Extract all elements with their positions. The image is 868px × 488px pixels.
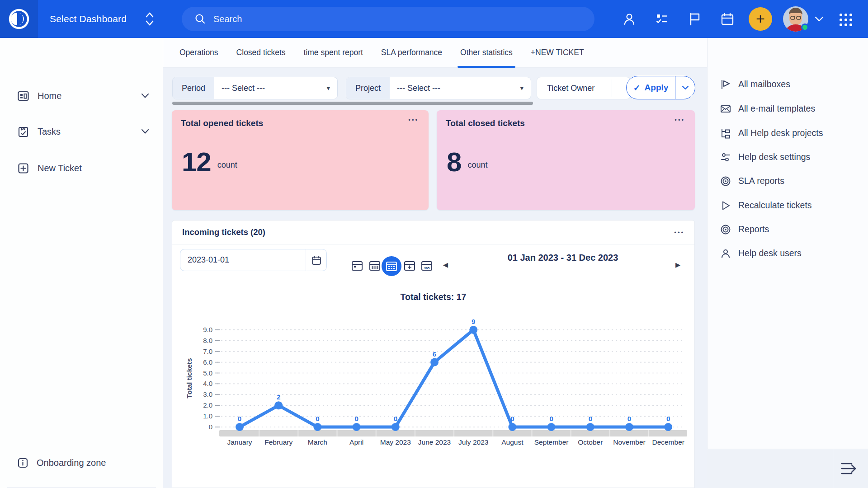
chart-point[interactable] <box>547 423 556 431</box>
start-date-input[interactable]: 2023-01-01 <box>180 249 327 271</box>
incoming-tickets-line-chart: 9.08.07.06.05.04.03.02.01.00Total ticket… <box>172 313 696 453</box>
chart-point[interactable] <box>236 423 244 431</box>
online-status-dot <box>801 23 809 31</box>
sidebar-item-onboarding-zone[interactable]: Onboarding zone <box>0 452 163 473</box>
calendar-icon[interactable] <box>721 12 734 26</box>
calendar-month-view-button[interactable] <box>382 256 401 276</box>
calendar-365-icon: 365 <box>420 259 433 272</box>
svg-text:8.0: 8.0 <box>203 337 212 344</box>
right-footer-vertical-divider <box>833 449 833 488</box>
account-chevron-down-icon[interactable] <box>814 15 825 23</box>
svg-text:0: 0 <box>589 415 592 422</box>
sidebar-item-home[interactable]: Home <box>0 85 163 106</box>
chart-point[interactable] <box>313 423 321 431</box>
calendar-week-view-button[interactable] <box>368 259 382 272</box>
right-sidebar: All mailboxes All e-mail templates All H… <box>707 38 868 488</box>
period-filter: Period --- Select --- ▾ <box>172 77 338 99</box>
left-sidebar: Home Tasks New Ticket Onboarding zone <box>0 38 163 488</box>
sidebar-item-all-help-desk-projects[interactable]: All Help desk projects <box>708 121 868 145</box>
project-filter: Project --- Select --- ▾ <box>346 77 531 99</box>
chart-point[interactable] <box>353 423 361 431</box>
panel-menu-icon[interactable]: ••• <box>674 229 684 236</box>
tab-sla-performance[interactable]: SLA performance <box>381 38 442 68</box>
sidebar-item-all-email-templates[interactable]: All e-mail templates <box>708 97 868 121</box>
total-closed-tickets-card: Total closed tickets ••• 8 count <box>437 110 695 210</box>
add-new-button[interactable]: + <box>749 7 772 31</box>
svg-text:July 2023: July 2023 <box>458 438 488 446</box>
collapse-sidebar-right-icon[interactable] <box>839 460 859 477</box>
chart-total-label: Total tickets: 17 <box>172 292 695 302</box>
svg-text:0: 0 <box>394 415 397 422</box>
chart-point[interactable] <box>392 423 400 431</box>
dashboard-selector-updown-icon[interactable] <box>144 10 156 28</box>
info-icon <box>17 457 28 469</box>
tab-time-spent-report[interactable]: time spent report <box>304 38 363 68</box>
flag-icon[interactable] <box>688 12 702 26</box>
check-icon: ✓ <box>633 83 641 93</box>
calendar-week-icon <box>368 259 381 272</box>
select-caret-icon: ▾ <box>326 84 330 92</box>
app-logo[interactable] <box>0 0 38 38</box>
chart-point[interactable] <box>664 423 672 431</box>
svg-text:4.0: 4.0 <box>203 380 212 387</box>
svg-text:March: March <box>308 438 327 446</box>
settings-sliders-icon <box>720 152 731 163</box>
next-range-button[interactable]: ▸ <box>675 259 680 271</box>
chart-point[interactable] <box>625 423 633 431</box>
sidebar-item-all-mailboxes[interactable]: All mailboxes <box>708 72 868 96</box>
tasks-clipboard-icon <box>17 126 29 138</box>
chart-point[interactable] <box>586 423 594 431</box>
card-menu-icon[interactable]: ••• <box>675 117 685 123</box>
app-grid-menu-icon[interactable] <box>838 12 854 28</box>
sidebar-item-help-desk-settings[interactable]: Help desk settings <box>708 145 868 169</box>
date-picker-button[interactable] <box>306 249 326 271</box>
tab-closed-tickets[interactable]: Closed tickets <box>236 38 286 68</box>
calendar-day-view-button[interactable] <box>350 259 364 272</box>
tab-operations[interactable]: Operations <box>179 38 218 68</box>
tab-new-ticket[interactable]: +NEW TICKET <box>531 38 584 68</box>
ticket-owner-divider <box>612 80 612 97</box>
sidebar-item-reports[interactable]: Reports <box>708 217 868 241</box>
calendar-quarter-view-button[interactable] <box>403 259 416 272</box>
prev-range-button[interactable]: ◂ <box>443 259 448 271</box>
ticket-tabs-bar: Operations Closed tickets time spent rep… <box>163 38 707 68</box>
period-filter-label: Period <box>173 77 214 99</box>
tasks-checklist-icon[interactable] <box>655 12 669 26</box>
search-input[interactable]: Search <box>182 7 594 31</box>
sidebar-footer-divider <box>7 487 156 488</box>
sidebar-item-label: Home <box>38 91 61 101</box>
chart-point[interactable] <box>469 326 477 334</box>
plus-icon: + <box>756 11 765 26</box>
ticket-owner-filter-label: Ticket Owner <box>547 84 594 93</box>
sidebar-item-recalculate-tickets[interactable]: Recalculate tickets <box>708 193 868 217</box>
chart-point[interactable] <box>274 401 283 409</box>
dashboard-selector[interactable]: Select Dashboard <box>50 0 127 38</box>
sidebar-item-tasks[interactable]: Tasks <box>0 121 163 142</box>
sidebar-item-label: New Ticket <box>38 163 82 174</box>
chart-point[interactable] <box>508 423 516 431</box>
svg-text:6.0: 6.0 <box>203 358 212 366</box>
profile-icon[interactable] <box>623 12 636 26</box>
svg-text:August: August <box>501 438 524 446</box>
card-menu-icon[interactable]: ••• <box>408 117 419 123</box>
apply-dropdown-button[interactable] <box>675 76 695 99</box>
project-select[interactable]: --- Select --- ▾ <box>390 77 531 99</box>
tab-other-statistics[interactable]: Other statistics <box>460 38 513 68</box>
period-select[interactable]: --- Select --- ▾ <box>214 77 337 99</box>
svg-text:December: December <box>652 438 684 446</box>
horizontal-scrollbar[interactable] <box>172 102 533 105</box>
svg-text:June 2023: June 2023 <box>418 438 451 446</box>
search-placeholder: Search <box>213 14 242 24</box>
envelope-icon <box>720 103 731 114</box>
apply-button[interactable]: ✓ Apply <box>627 76 675 99</box>
chevron-down-icon <box>141 93 150 99</box>
sidebar-item-help-desk-users[interactable]: Help desk users <box>708 241 868 265</box>
chart-point[interactable] <box>430 358 439 366</box>
svg-text:April: April <box>349 438 363 446</box>
sidebar-item-new-ticket[interactable]: New Ticket <box>0 158 163 178</box>
user-icon <box>720 248 731 259</box>
calendar-year-view-button[interactable]: 365 <box>420 259 434 272</box>
sidebar-item-sla-reports[interactable]: SLA reports <box>708 169 868 193</box>
ticket-owner-filter[interactable]: Ticket Owner <box>537 77 631 99</box>
svg-text:6: 6 <box>433 350 436 358</box>
